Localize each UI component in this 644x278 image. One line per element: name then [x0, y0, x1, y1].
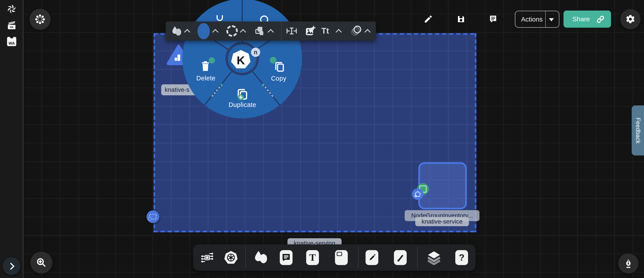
chevron-up-icon[interactable]: [268, 29, 274, 35]
dock-divider: [358, 247, 358, 268]
text-tool[interactable]: T: [306, 250, 319, 265]
node-label-text: knative-service: [422, 218, 463, 225]
sidebar: WA: [0, 0, 23, 278]
knative-n-badge: n: [251, 48, 260, 57]
magnifier-plus-icon: [36, 257, 47, 268]
chevron-up-icon[interactable]: [364, 29, 370, 35]
selection-border-left: [154, 33, 155, 232]
save-button[interactable]: [456, 14, 466, 24]
comments-button[interactable]: [488, 14, 498, 24]
opacity-icon[interactable]: [350, 25, 362, 37]
dashed-connector-hint: [262, 84, 274, 97]
radial-context-menu: Delete Copy Duplicate K n: [182, 0, 302, 118]
selection-border-right: [475, 33, 476, 232]
canvas[interactable]: knative-s NodeGroupInventory... knative-…: [0, 0, 644, 278]
diagram-tool-icon[interactable]: [200, 250, 215, 265]
resize-width-icon[interactable]: [286, 26, 297, 36]
shapes-tool-icon[interactable]: [253, 250, 268, 266]
dock-divider: [417, 247, 418, 268]
chevron-up-icon[interactable]: [336, 29, 342, 35]
teal-speck: [262, 84, 264, 87]
pen-mode-button[interactable]: [618, 253, 638, 274]
selection-border-bottom: [154, 231, 476, 232]
radial-item-duplicate[interactable]: Duplicate: [228, 101, 256, 109]
link-icon: [596, 15, 605, 24]
feedback-label: Feedback: [634, 118, 641, 143]
node-label-knative-service: knative-service: [415, 217, 469, 226]
chevron-up-icon[interactable]: [184, 29, 190, 35]
fill-color-swatch[interactable]: [198, 23, 210, 39]
shape-style-icon[interactable]: [171, 25, 182, 37]
pinwheel-logo-icon[interactable]: [6, 4, 17, 14]
share-button[interactable]: Share: [564, 10, 611, 28]
text-tool-glyph: T: [309, 253, 316, 263]
app-root: knative-s NodeGroupInventory... knative-…: [0, 0, 644, 278]
expand-sidebar-button[interactable]: [3, 257, 20, 275]
chevron-up-icon[interactable]: [240, 29, 246, 35]
archive-icon[interactable]: [6, 20, 17, 30]
border-style-icon[interactable]: [226, 25, 238, 37]
button-divider: [545, 11, 546, 27]
quick-menu-flower-button[interactable]: [30, 9, 50, 30]
dock-divider: [246, 247, 246, 268]
style-toolbar: Tt: [166, 21, 376, 41]
copy-badge-dot: [270, 57, 276, 63]
help-tool[interactable]: ?: [455, 250, 468, 265]
layer-order-icon[interactable]: [254, 25, 266, 37]
frame-tool[interactable]: [335, 250, 348, 265]
knative-k-glyph: K: [237, 54, 245, 67]
actions-label: Actions: [521, 15, 542, 23]
tool-dock: T ?: [193, 244, 476, 271]
toolbar-divider: [281, 21, 282, 41]
feedback-tab[interactable]: Feedback: [632, 105, 644, 155]
add-image-icon[interactable]: [304, 25, 316, 36]
teal-speck: [220, 84, 222, 87]
share-label: Share: [572, 15, 590, 23]
typography-icon[interactable]: Tt: [321, 26, 329, 36]
node-label-text: knative-s: [165, 86, 189, 93]
gear-icon: [625, 14, 636, 24]
settings-button[interactable]: [620, 9, 640, 29]
comment-tool[interactable]: [280, 250, 292, 265]
draw-tool[interactable]: [394, 250, 407, 265]
frame-icon: [337, 252, 342, 256]
radial-item-delete[interactable]: Delete: [196, 75, 216, 82]
selection-settings-handle[interactable]: [146, 210, 159, 223]
webassembly-icon[interactable]: WA: [7, 37, 16, 46]
knife-icon: [367, 253, 376, 262]
delete-badge-dot: [209, 57, 215, 63]
hidden-radial-item-icon: [216, 15, 224, 22]
zoom-in-button[interactable]: [30, 252, 52, 274]
pentagon-icon: [414, 190, 422, 198]
comment-icon: [281, 253, 291, 263]
chevron-up-icon[interactable]: [212, 29, 218, 35]
dashed-rect-icon: [149, 214, 156, 219]
duplicate-icon[interactable]: [236, 88, 249, 101]
flower-icon: [34, 14, 46, 25]
help-glyph: ?: [459, 253, 464, 262]
caret-down-icon[interactable]: [549, 18, 554, 21]
chevron-right-icon: [7, 263, 14, 270]
radial-item-copy[interactable]: Copy: [271, 75, 286, 82]
edit-pencil-button[interactable]: [424, 14, 433, 24]
kubernetes-tool-icon[interactable]: [224, 250, 238, 265]
pen-nib-icon: [623, 258, 634, 269]
pencil-draw-icon: [396, 253, 405, 262]
actions-dropdown[interactable]: Actions: [515, 11, 559, 28]
cut-tool[interactable]: [366, 250, 378, 265]
blue-pentagon-badge[interactable]: [412, 188, 424, 200]
layers-tool-icon[interactable]: [427, 250, 441, 265]
